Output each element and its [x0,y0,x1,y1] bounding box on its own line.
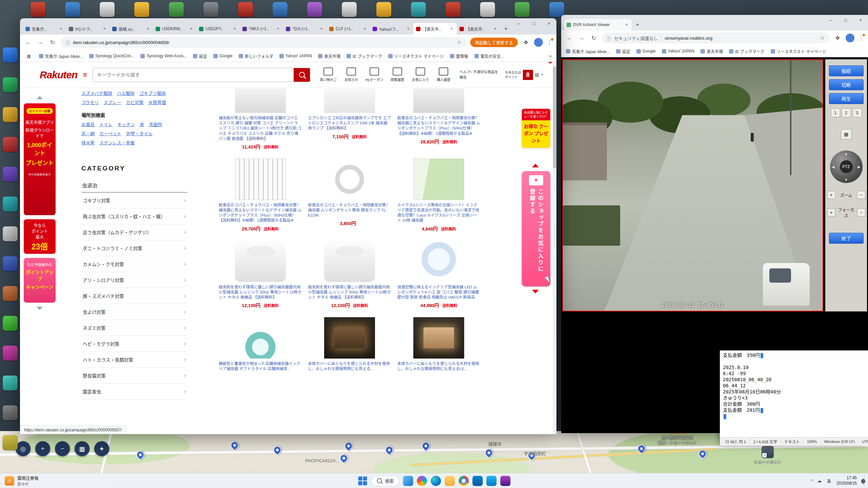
shortcut-app[interactable]: ショートカット [751,446,785,465]
zoom-out-button[interactable]: − [857,191,865,199]
taskbar-weather-widget[interactable]: ⚠ 雷雨注意報 発令中 [1,473,42,488]
product-card[interactable]: 本体カバーにぬくもりを感じられる木材を使用し、おしゃれな間接照明にも見える... [308,317,391,373]
category-item[interactable]: アリ・シロアリ対策 [81,272,187,288]
map-tool-button[interactable]: ✦ [94,441,109,456]
bookmark-item[interactable]: Synology QuickCon... [89,54,134,58]
desktop-icon[interactable] [3,256,18,271]
place-link[interactable]: トイレ [99,121,113,127]
desktop-icon[interactable] [31,2,45,17]
bookmark-item[interactable]: 楽天市場 [701,48,723,54]
rakuten-nav-item[interactable]: myクーポン [364,67,385,82]
quick-link[interactable]: カビ対策 [126,99,144,105]
browser-tab[interactable]: ^DJI (+1.. [283,23,327,35]
product-card[interactable]: 機能性と審美性が相まった店舗用捕虫器インテリア捕虫器 オフトスタイル 店舗用捕虫… [219,317,302,373]
map-tool-button[interactable]: ▦ [75,441,90,456]
bookmark-item[interactable]: 電気の安全... [474,53,504,59]
taskbar-clock[interactable]: 17:45 2025/08/15 [836,475,857,486]
desktop-icon[interactable] [480,2,495,17]
desktop-icon[interactable] [3,47,18,62]
minimize-button[interactable]: – [512,18,527,28]
edge-icon[interactable] [431,476,441,486]
product-card[interactable]: エプシロンエコ対応の捕虫器用ランプです エプシロンエコクォンタムランプ 15W … [308,88,391,150]
desktop-icon[interactable] [3,435,18,450]
search-input[interactable] [93,72,294,78]
browser-tab[interactable]: 気象庁.. [23,23,66,35]
quick-link[interactable]: スプレー [103,99,121,105]
browser-tab[interactable]: Yahoo!フ.. [370,23,413,35]
chevron-down-icon[interactable]: ▼ [541,73,544,76]
desktop-icon[interactable] [3,107,18,122]
new-tab-button[interactable]: + [633,20,642,29]
connect-button[interactable]: 接続 [829,65,864,76]
desktop-icon[interactable] [376,2,391,17]
tab-close-icon[interactable] [232,26,237,31]
desktop-icon[interactable] [3,197,18,211]
category-item[interactable]: 飛ぶ虫対策（ユスリカ・蚊・ハエ・蛾） [81,208,187,224]
product-image[interactable] [324,159,375,200]
tab-close-icon[interactable] [319,26,324,31]
product-card[interactable]: 捕虫紙が見えない室内用捕虫器 店舗のコバエ ユスリカ 誘引 捕獲 対策 コバエ … [219,88,302,150]
chrome-icon[interactable] [459,476,469,486]
product-title[interactable]: エプシロンエコ対応の捕虫器用ランプです エプシロンエコクォンタムランプ 15W … [308,116,391,131]
bookmark-item[interactable]: Synology Web Assis... [140,54,187,58]
browser-tab[interactable]: USDKRW.. [153,23,196,35]
map-pin[interactable] [229,440,240,451]
back-icon[interactable]: ← [24,39,32,46]
menu-kebab-icon[interactable]: ⋮ [859,35,864,41]
desktop-icon[interactable] [238,2,253,17]
quick-link[interactable]: コウモリ [81,99,99,105]
bookmark-item[interactable]: Google [213,54,233,58]
file-explorer-icon[interactable] [445,476,455,486]
product-image[interactable] [235,159,286,200]
product-image[interactable] [413,241,464,282]
address-bar[interactable]: ⓘ item.rakuten.co.jp/campaign365/c/00000… [61,37,466,48]
place-link[interactable]: ステンレス・金属 [99,139,135,146]
scrollbar-thumb[interactable] [553,67,556,168]
product-image[interactable] [324,317,375,359]
product-title[interactable]: 飲食店のコバエ・チョウバエ・飛翔害虫対策！捕虫器 ムシポンポケット専用 誘虫ラン… [308,203,391,218]
bookmark-item[interactable]: IE ブックマーク [347,53,382,59]
browser-tab[interactable]: 価格.co.. [110,23,153,35]
map-pin[interactable] [135,449,146,461]
bookmark-item[interactable]: ソースネクスト マイページ [388,53,444,59]
browser-tab[interactable]: ^NKX (+1.. [240,23,283,35]
profile-avatar[interactable] [534,38,543,47]
desktop-icon[interactable] [515,2,530,17]
product-image[interactable] [413,88,464,113]
category-item[interactable]: ハト・カラス・鳥類対策 [81,352,187,368]
product-title[interactable]: 飲食店のコバエ・チョウバエ・飛翔害虫対策！捕虫器に見えないスマートなデザイン捕虫… [219,203,302,223]
quick-link[interactable]: スズメバチ駆除 [81,90,112,96]
quick-link[interactable]: 水質管理 [149,99,166,105]
place-link[interactable]: お風呂 [81,121,95,127]
desktop-icon[interactable] [100,2,115,17]
bookmark-item[interactable]: Google [636,49,656,54]
product-card[interactable]: 飲食店のコバエ・チョウバエ・飛翔害虫対策！捕虫器に見えないスマートなデザイン捕虫… [219,159,302,232]
desktop-icon[interactable] [3,405,18,420]
place-link[interactable]: 排水管 [81,139,95,146]
apps-grid-icon[interactable]: ▦ [25,54,33,59]
product-image[interactable] [413,159,464,200]
bookmark-star-icon[interactable]: ☆ [457,39,461,45]
store-icon[interactable] [473,476,483,486]
minimize-button[interactable]: – [823,15,838,25]
site-info-icon[interactable]: ⓘ [65,39,70,46]
close-button[interactable]: × [541,18,556,28]
desktop-icon[interactable] [203,2,218,17]
category-root-link[interactable]: 虫退治 [81,177,187,192]
product-image[interactable] [324,241,375,282]
tab-close-icon[interactable] [189,26,194,31]
tab-close-icon[interactable] [276,26,280,31]
layout-grid-button[interactable]: ▦ [841,129,852,139]
product-title[interactable]: 機能性と審美性が相まった店舗用捕虫器インテリア捕虫器 オフトスタイル 店舗用捕虫… [219,361,302,371]
product-card[interactable]: ルイクスSシリーズ専用の交換シート！インテリア感覚で虫退治が可能。虫のいない清潔… [397,159,480,232]
rakuten-nav-item[interactable]: 購入履歴 [433,67,454,82]
hamburger-menu-icon[interactable]: ≡ [83,70,87,79]
category-item[interactable]: 蜂・スズメバチ対策 [81,288,187,304]
place-link[interactable]: 窓・網 [81,130,95,137]
product-title[interactable]: 飲食店のコバエ・チョウバエ・飛翔害虫対策！捕虫器に見えないスマートなデザイン捕虫… [397,116,480,136]
product-image[interactable] [235,88,286,113]
play-button[interactable]: 再生 [829,93,864,104]
copilot-icon[interactable] [417,476,427,486]
camera-video-feed[interactable]: 2025-08-15 17:45:12 [562,59,823,311]
place-link[interactable]: 床 [140,121,144,127]
